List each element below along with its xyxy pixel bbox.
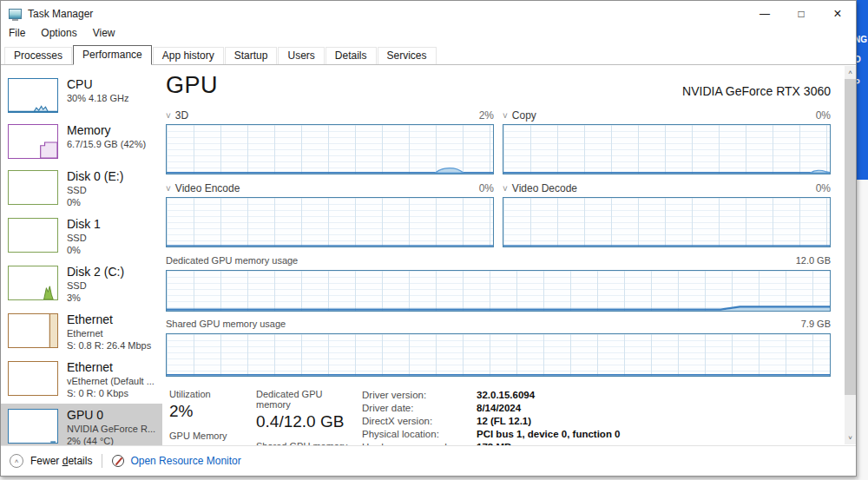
maximize-button[interactable]: □ — [783, 1, 819, 26]
status-bar: ˄ Fewer details Open Resource Monitor — [1, 445, 856, 476]
tab-details[interactable]: Details — [326, 47, 377, 64]
stat-label-utilization: Utilization — [169, 389, 256, 399]
ethernet-mini-graph — [8, 313, 58, 348]
sidebar-item-title: Disk 1 — [67, 217, 101, 232]
menu-options[interactable]: Options — [41, 26, 84, 41]
tab-services[interactable]: Services — [378, 47, 437, 64]
task-manager-icon — [9, 9, 22, 19]
scrollbar-thumb[interactable] — [845, 79, 856, 395]
sidebar-item-title: Ethernet — [67, 312, 151, 327]
page-title: GPU — [166, 72, 218, 98]
background-window-strip: NG O P — [857, 0, 868, 480]
disk2-mini-graph — [8, 266, 58, 300]
chart-label-dedicated-memory: Dedicated GPU memory usage — [166, 255, 298, 266]
chart-value-3d: 2% — [479, 109, 494, 122]
sidebar-item-detail: Ethernet — [67, 327, 151, 339]
performance-content: CPU 30% 4.18 GHz Memory 6.7/15.9 GB (42%… — [1, 65, 856, 445]
background-window-blue-area: NG O P — [857, 0, 868, 180]
detail-value-physical-location: PCI bus 1, device 0, function 0 — [477, 428, 621, 441]
stat-label-shared-memory: Shared GPU memory — [256, 441, 353, 445]
close-button[interactable]: × — [819, 1, 856, 26]
chart-max-shared-memory: 7.9 GB — [801, 319, 831, 329]
stat-value-gpu-memory: 0.5/19.9 GB — [169, 444, 256, 445]
menu-view[interactable]: View — [93, 26, 123, 41]
sidebar-item-vethernet[interactable]: Ethernet vEthernet (Default ... S: 0 R: … — [1, 356, 162, 404]
stat-value-dedicated-memory: 0.4/12.0 GB — [256, 412, 353, 431]
tab-processes[interactable]: Processes — [4, 47, 72, 64]
sidebar-item-title: Ethernet — [67, 360, 155, 375]
sidebar-item-detail: S: 0.8 R: 26.4 Mbps — [67, 339, 151, 352]
chart-copy[interactable] — [503, 124, 831, 174]
tab-bar: Processes Performance App history Startu… — [1, 43, 856, 65]
chart-label-video-encode: Video Encode — [175, 182, 240, 194]
scroll-down-icon[interactable]: ˅ — [845, 431, 856, 444]
chart-value-video-decode: 0% — [816, 182, 831, 194]
detail-label-driver-version: Driver version: — [362, 389, 477, 402]
detail-value-driver-version: 32.0.15.6094 — [477, 389, 535, 402]
gpu0-mini-graph — [8, 409, 58, 444]
sidebar-item-gpu0[interactable]: GPU 0 NVIDIA GeForce R... 2% (44 °C) — [1, 404, 162, 445]
chevron-down-icon: ˅ — [503, 184, 508, 194]
resource-monitor-icon — [112, 455, 124, 467]
chart-label-shared-memory: Shared GPU memory usage — [166, 319, 286, 329]
sidebar-item-disk0[interactable]: Disk 0 (E:) SSD 0% — [1, 165, 162, 213]
scrollbar-track[interactable] — [845, 395, 856, 431]
sidebar-item-title: Disk 2 (C:) — [67, 265, 124, 279]
scroll-up-icon[interactable]: ˄ — [845, 66, 856, 79]
chevron-down-icon: ˅ — [503, 111, 508, 121]
sidebar-item-detail: SSD — [67, 184, 123, 196]
tab-startup[interactable]: Startup — [225, 47, 278, 64]
sidebar-item-ethernet[interactable]: Ethernet Ethernet S: 0.8 R: 26.4 Mbps — [1, 308, 162, 356]
window-title: Task Manager — [28, 8, 93, 20]
detail-label-driver-date: Driver date: — [362, 402, 477, 415]
disk1-mini-graph — [8, 218, 58, 253]
tab-app-history[interactable]: App history — [153, 47, 224, 64]
gpu-device-name: NVIDIA GeForce RTX 3060 — [682, 84, 831, 98]
title-bar[interactable]: Task Manager — □ × — [1, 1, 856, 26]
sidebar-item-detail: 30% 4.18 GHz — [67, 92, 129, 104]
chart-max-dedicated-memory: 12.0 GB — [796, 255, 831, 266]
performance-sidebar: CPU 30% 4.18 GHz Memory 6.7/15.9 GB (42%… — [1, 65, 162, 445]
sidebar-item-title: GPU 0 — [67, 408, 155, 423]
chart-video-decode[interactable] — [503, 197, 831, 247]
stat-label-dedicated-memory: Dedicated GPU memory — [256, 389, 353, 410]
menu-file[interactable]: File — [9, 26, 33, 41]
sidebar-item-title: Disk 0 (E:) — [67, 169, 123, 184]
footer-divider — [102, 454, 102, 468]
detail-value-directx-version: 12 (FL 12.1) — [477, 415, 531, 428]
background-text-fragment: NG — [857, 35, 867, 44]
chart-dedicated-memory[interactable] — [166, 270, 831, 312]
chart-label-copy: Copy — [512, 109, 536, 122]
sidebar-item-title: CPU — [67, 77, 129, 92]
tab-performance[interactable]: Performance — [73, 45, 152, 65]
chart-3d[interactable] — [166, 124, 494, 174]
open-resource-monitor-link[interactable]: Open Resource Monitor — [130, 455, 240, 467]
minimize-button[interactable]: — — [746, 1, 783, 26]
sidebar-item-disk2[interactable]: Disk 2 (C:) SSD 3% — [1, 260, 162, 308]
tab-users[interactable]: Users — [278, 47, 324, 64]
sidebar-item-title: Memory — [67, 123, 146, 138]
chart-video-encode[interactable] — [166, 197, 494, 247]
vertical-scrollbar[interactable]: ˄ ˅ — [845, 66, 856, 444]
sidebar-item-detail: S: 0 R: 0 Kbps — [67, 387, 155, 399]
sidebar-item-detail: SSD — [67, 232, 101, 244]
sidebar-item-cpu[interactable]: CPU 30% 4.18 GHz — [1, 73, 162, 119]
sidebar-item-detail: 3% — [67, 292, 124, 304]
sidebar-item-detail: 0% — [67, 244, 101, 256]
gpu-panel: GPU NVIDIA GeForce RTX 3060 ˅ 3D 2% — [166, 65, 831, 445]
fewer-details-button[interactable]: Fewer details — [30, 455, 92, 467]
sidebar-item-disk1[interactable]: Disk 1 SSD 0% — [1, 213, 162, 260]
disk0-mini-graph — [8, 170, 58, 205]
detail-value-driver-date: 8/14/2024 — [477, 402, 521, 415]
chart-shared-memory[interactable] — [166, 333, 831, 377]
cpu-mini-graph — [8, 78, 58, 113]
background-text-fragment: P — [857, 78, 860, 88]
chevron-down-icon: ˅ — [166, 111, 171, 121]
sidebar-item-detail: 0% — [67, 196, 123, 208]
detail-label-physical-location: Physical location: — [362, 428, 477, 441]
sidebar-item-memory[interactable]: Memory 6.7/15.9 GB (42%) — [1, 119, 162, 165]
detail-value-hardware-reserved: 173 MB — [477, 441, 511, 445]
chevron-up-circle-icon[interactable]: ˄ — [10, 454, 23, 468]
chevron-down-icon: ˅ — [166, 184, 171, 194]
memory-mini-graph — [8, 124, 58, 159]
